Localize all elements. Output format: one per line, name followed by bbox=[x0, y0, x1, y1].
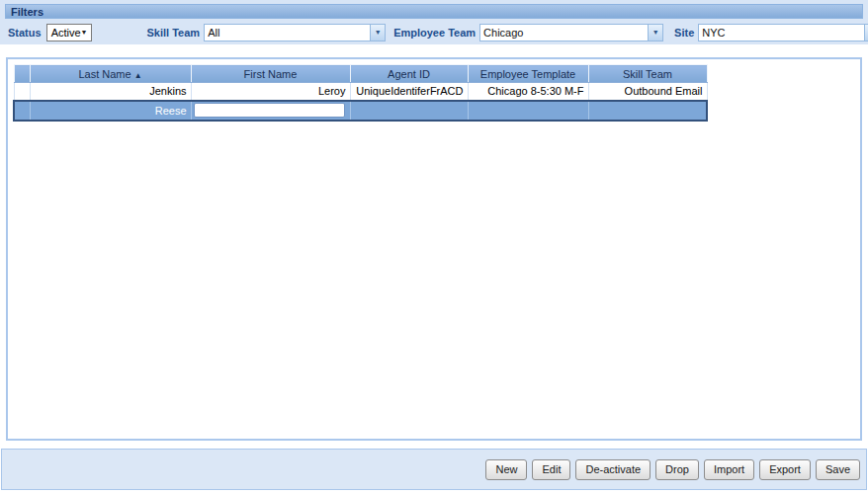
employee-template-cell[interactable]: Chicago 8-5:30 M-F bbox=[468, 83, 588, 101]
filters-row: Status Active ▼ Skill Team ▼ Employee Te… bbox=[0, 19, 868, 45]
column-header-skill-team[interactable]: Skill Team bbox=[588, 65, 707, 83]
filters-titlebar: Filters bbox=[5, 4, 863, 19]
site-input[interactable] bbox=[698, 24, 864, 41]
status-label: Status bbox=[8, 27, 42, 39]
sort-ascending-icon: ▲ bbox=[134, 71, 142, 80]
first-name-edit-input[interactable] bbox=[194, 103, 345, 118]
employee-team-label: Employee Team bbox=[393, 27, 476, 39]
new-button[interactable]: New bbox=[485, 459, 527, 480]
last-name-cell[interactable]: Jenkins bbox=[30, 83, 191, 101]
save-button[interactable]: Save bbox=[816, 459, 860, 480]
column-header-selector bbox=[14, 65, 30, 83]
employee-template-cell[interactable] bbox=[468, 101, 588, 121]
table-row-selected[interactable]: Reese bbox=[14, 101, 707, 121]
site-combo: ▼ bbox=[698, 24, 868, 41]
edit-button[interactable]: Edit bbox=[532, 459, 570, 480]
employee-team-dropdown-button[interactable]: ▼ bbox=[648, 24, 663, 41]
row-selector-cell[interactable] bbox=[14, 101, 30, 121]
status-select[interactable]: Active ▼ bbox=[46, 24, 92, 41]
skill-team-input[interactable] bbox=[204, 24, 370, 41]
select-arrow-icon: ▼ bbox=[81, 29, 88, 36]
column-header-last-name[interactable]: Last Name ▲ bbox=[30, 65, 191, 83]
import-button[interactable]: Import bbox=[704, 459, 754, 480]
table-row[interactable]: Jenkins Leroy UniqueIdentiferFrACD Chica… bbox=[14, 83, 707, 101]
skill-team-cell[interactable]: Outbound Email bbox=[588, 83, 707, 101]
first-name-cell[interactable]: Leroy bbox=[191, 83, 350, 101]
dropdown-arrow-icon: ▼ bbox=[375, 29, 382, 36]
first-name-cell bbox=[191, 101, 350, 121]
last-name-cell[interactable]: Reese bbox=[30, 101, 191, 121]
filters-section: Filters Status Active ▼ Skill Team ▼ Emp… bbox=[0, 0, 868, 45]
agent-id-cell[interactable]: UniqueIdentiferFrACD bbox=[350, 83, 468, 101]
employee-team-combo: ▼ bbox=[479, 24, 663, 41]
skill-team-dropdown-button[interactable]: ▼ bbox=[370, 24, 386, 41]
drop-button[interactable]: Drop bbox=[655, 459, 699, 480]
deactivate-button[interactable]: De-activate bbox=[575, 459, 651, 480]
section-divider bbox=[0, 441, 868, 449]
filters-title: Filters bbox=[11, 6, 43, 18]
action-bar: New Edit De-activate Drop Import Export … bbox=[1, 449, 867, 490]
row-selector-cell[interactable] bbox=[14, 83, 30, 101]
agent-table: Last Name ▲ First Name Agent ID Employee… bbox=[13, 64, 708, 122]
site-dropdown-button[interactable]: ▼ bbox=[864, 24, 868, 41]
skill-team-combo: ▼ bbox=[204, 24, 386, 41]
column-header-employee-template[interactable]: Employee Template bbox=[468, 65, 588, 83]
employee-team-input[interactable] bbox=[479, 24, 648, 41]
column-header-agent-id[interactable]: Agent ID bbox=[350, 65, 468, 83]
dropdown-arrow-icon: ▼ bbox=[652, 29, 659, 36]
table-header-row: Last Name ▲ First Name Agent ID Employee… bbox=[14, 65, 707, 83]
bottom-margin bbox=[0, 490, 868, 494]
agent-grid-panel: Last Name ▲ First Name Agent ID Employee… bbox=[6, 57, 862, 441]
column-header-first-name[interactable]: First Name bbox=[191, 65, 350, 83]
status-select-value: Active bbox=[51, 27, 81, 39]
section-divider bbox=[0, 45, 868, 57]
skill-team-label: Skill Team bbox=[147, 27, 201, 39]
agent-id-cell[interactable] bbox=[350, 101, 468, 121]
export-button[interactable]: Export bbox=[759, 459, 811, 480]
site-label: Site bbox=[674, 27, 694, 39]
skill-team-cell[interactable] bbox=[588, 101, 707, 121]
